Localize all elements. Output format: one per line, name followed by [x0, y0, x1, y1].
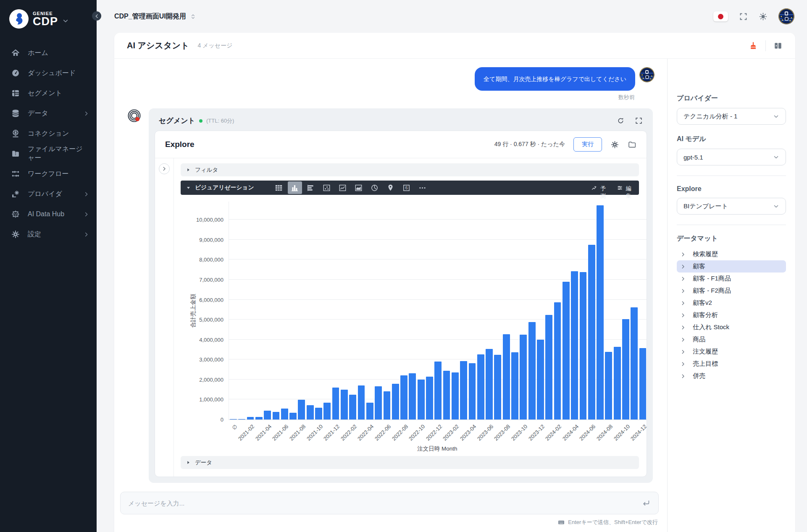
viz-type-hbar-chart-icon[interactable]	[304, 181, 318, 194]
viz-type-scatter-icon[interactable]	[320, 181, 334, 194]
bar-2022-07[interactable]	[392, 384, 399, 419]
datamart-item[interactable]: 仕入れ Stock	[677, 321, 786, 333]
message-input[interactable]	[128, 500, 641, 507]
sidebar-item-5[interactable]: ファイルマネージャー	[0, 144, 97, 164]
bar-2021-11[interactable]	[323, 403, 331, 419]
chevron-down-icon[interactable]	[62, 18, 69, 24]
bar-2024-07[interactable]	[597, 205, 604, 419]
bar-2024-09[interactable]	[614, 347, 621, 419]
bar-2023-01[interactable]	[443, 371, 450, 419]
bar-2022-03[interactable]	[358, 385, 365, 419]
bar-2022-04[interactable]	[366, 403, 373, 419]
bar-2022-09[interactable]	[409, 373, 416, 419]
sidebar-item-1[interactable]: ダッシュボード	[0, 63, 97, 83]
sidebar-item-7[interactable]: プロバイダ	[0, 184, 97, 204]
gear-icon[interactable]	[610, 140, 619, 149]
bar-2024-05[interactable]	[580, 272, 587, 419]
datamart-item[interactable]: 売上目標	[677, 358, 786, 370]
datamart-item[interactable]: 顧客v2	[677, 297, 786, 309]
sidebar-item-0[interactable]: ホーム	[0, 43, 97, 63]
forecast-button[interactable]: 予測	[591, 185, 607, 191]
sidebar-item-2[interactable]: セグメント	[0, 83, 97, 103]
bar-2021-02[interactable]	[247, 417, 254, 419]
datamart-item[interactable]: 併売	[677, 370, 786, 382]
bar-2022-02[interactable]	[349, 395, 356, 419]
fullscreen-button[interactable]	[739, 12, 748, 21]
sidebar-item-3[interactable]: データ	[0, 103, 97, 123]
bar-2023-10[interactable]	[520, 335, 527, 419]
bar-2021-09[interactable]	[307, 405, 314, 419]
bar-2022-01[interactable]	[341, 390, 348, 419]
language-selector[interactable]	[713, 11, 728, 21]
bar-2024-06[interactable]	[588, 245, 595, 419]
bar-2023-06[interactable]	[486, 349, 493, 419]
filter-section-toggle[interactable]: フィルタ	[181, 163, 639, 176]
bar-2024-04[interactable]	[571, 271, 578, 419]
sidebar-item-6[interactable]: ワークフロー	[0, 164, 97, 184]
explore-select[interactable]: BIテンプレート	[677, 198, 786, 215]
workspace-selector[interactable]: CDP_管理画面UI開発用	[114, 12, 196, 21]
bar-2023-11[interactable]	[528, 322, 536, 419]
bar-2023-07[interactable]	[494, 355, 501, 419]
bar-2021-08[interactable]	[298, 400, 305, 419]
viz-type-number-icon[interactable]: 6	[400, 181, 414, 194]
folder-icon[interactable]	[628, 140, 636, 149]
bar-2021-06[interactable]	[281, 409, 288, 419]
clear-chat-button[interactable]	[749, 41, 758, 50]
datamart-item[interactable]: 顧客 - F2商品	[677, 285, 786, 297]
bar-2021-12[interactable]	[332, 388, 339, 419]
sidebar-item-4[interactable]: コネクション	[0, 123, 97, 144]
viz-type-line-chart-icon[interactable]	[336, 181, 350, 194]
edit-button[interactable]: 編集	[617, 185, 632, 191]
toggle-panel-button[interactable]	[773, 41, 783, 50]
bar-2021-04[interactable]	[264, 411, 271, 419]
bar-2022-10[interactable]	[418, 380, 425, 419]
viz-type-bar-chart-icon[interactable]	[288, 181, 302, 194]
bar-2021-01[interactable]	[238, 419, 245, 419]
brand[interactable]: GENIEE CDP	[0, 0, 97, 29]
bar-2022-08[interactable]	[400, 375, 407, 419]
bar-2022-11[interactable]	[426, 377, 433, 419]
expand-rail-button[interactable]	[159, 163, 170, 174]
datamart-item[interactable]: 商品	[677, 333, 786, 346]
datamart-item[interactable]: 顧客 - F1商品	[677, 273, 786, 285]
bar-2021-07[interactable]	[289, 413, 297, 419]
bar-2023-05[interactable]	[477, 354, 484, 419]
datamart-item[interactable]: 検索履歴	[677, 248, 786, 260]
bar-2024-08[interactable]	[605, 352, 612, 419]
bar-2024-11[interactable]	[631, 307, 638, 419]
datamart-item[interactable]: 注文履歴	[677, 346, 786, 358]
sidebar-item-8[interactable]: AI Data Hub	[0, 204, 97, 224]
viz-type-donut-icon[interactable]	[368, 181, 382, 194]
bar-2022-12[interactable]	[434, 362, 442, 419]
expand-button[interactable]	[635, 117, 643, 125]
model-select[interactable]: gpt-5.1	[677, 149, 786, 165]
run-button[interactable]: 実行	[573, 137, 602, 152]
bar-∅[interactable]	[230, 419, 237, 419]
theme-toggle-button[interactable]	[759, 12, 768, 21]
data-section-toggle[interactable]: データ	[181, 456, 639, 469]
bar-2023-03[interactable]	[460, 361, 467, 419]
bar-2021-10[interactable]	[315, 408, 322, 419]
bar-2022-06[interactable]	[384, 391, 391, 419]
viz-type-more-icon[interactable]	[415, 181, 430, 194]
refresh-button[interactable]	[617, 117, 625, 125]
bar-2021-03[interactable]	[255, 417, 263, 419]
bar-2023-04[interactable]	[469, 363, 476, 419]
bar-2024-03[interactable]	[563, 282, 570, 419]
bar-2023-02[interactable]	[452, 372, 459, 419]
bar-2023-08[interactable]	[503, 334, 510, 419]
bar-2023-09[interactable]	[511, 352, 518, 419]
sidebar-collapse-button[interactable]	[92, 11, 101, 21]
chat-scroll-area[interactable]: 全て期間、月次売上推移を棒グラフで出してください 数秒前 セグメント (TTL:…	[114, 59, 667, 486]
bar-2024-12[interactable]	[639, 348, 647, 419]
bar-2023-12[interactable]	[537, 340, 544, 419]
sidebar-item-9[interactable]: 設定	[0, 224, 97, 244]
bar-2024-01[interactable]	[545, 315, 552, 419]
avatar[interactable]	[778, 8, 794, 24]
bar-2021-05[interactable]	[273, 412, 280, 419]
bar-2022-05[interactable]	[375, 386, 382, 419]
bar-2024-02[interactable]	[554, 302, 561, 419]
viz-type-pin-icon[interactable]	[384, 181, 398, 194]
send-icon[interactable]	[641, 498, 651, 508]
